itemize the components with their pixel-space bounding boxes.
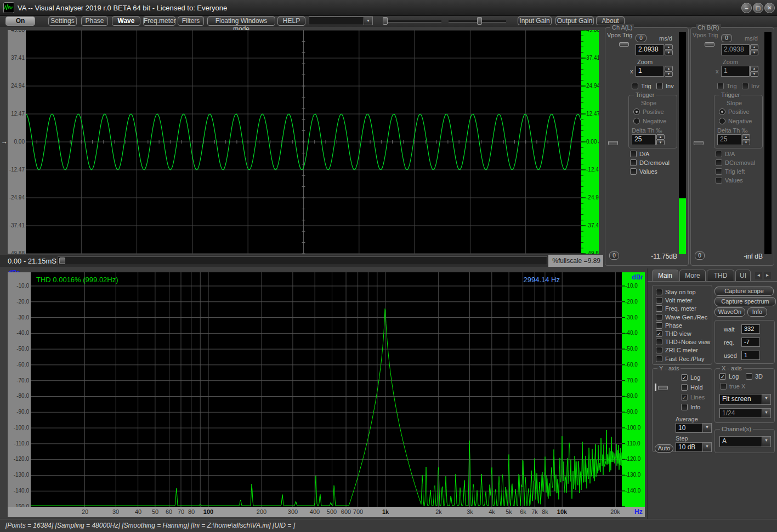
checkbox-icon[interactable] [656,347,662,353]
checkbox-icon[interactable] [716,168,722,175]
chb-option-checkbox-d-a[interactable]: D/A [716,151,735,157]
cha-vpos-slider-handle[interactable] [608,141,618,145]
req-field[interactable]: -7 [741,337,760,347]
view-option-stay-on-top[interactable]: Stay on top [656,289,696,295]
checkbox-icon[interactable] [630,159,637,166]
view-option-thd-view[interactable]: ✓THD view [656,330,691,337]
spin-up-icon[interactable]: ▲ [750,66,758,71]
cha-slope-positive-radio[interactable]: Positive [633,108,664,115]
chevron-down-icon[interactable]: ▼ [762,394,770,404]
chb-zoom-field[interactable]: 1 [721,66,750,77]
fit-screen-dropdown[interactable]: Fit screen ▼ [719,394,771,405]
y-axis-info-checkbox[interactable]: Info [681,404,700,410]
checkbox-checked-icon[interactable]: ✓ [681,394,688,401]
checkbox-icon[interactable] [746,373,752,380]
spin-up-icon[interactable]: ▲ [742,134,750,140]
checkbox-icon[interactable] [716,159,722,166]
x-axis-log-checkbox[interactable]: ✓Log [719,373,739,380]
capture-scope-button[interactable]: Capture scope [714,287,774,296]
checkbox-icon[interactable] [681,384,688,391]
cha-msd-field[interactable]: 2.0938 [636,44,664,55]
checkbox-checked-icon[interactable]: ✓ [656,330,662,337]
y-axis-hold-checkbox[interactable]: Hold [681,384,703,391]
capture-spectrum-button[interactable]: Capture spectrum [714,297,776,306]
x-axis-truex-checkbox[interactable]: true X [720,383,745,390]
ratio-dropdown[interactable]: 1/24 ▼ [719,408,771,418]
x-axis-3d-checkbox[interactable]: 3D [746,373,763,380]
chb-option-checkbox-values[interactable]: Values [716,177,743,184]
preset-combo[interactable]: ▼ [309,16,373,25]
chb-msd-field[interactable]: 2.0938 [721,44,750,55]
checkbox-icon[interactable] [656,83,663,89]
checkbox-icon[interactable] [656,305,662,312]
radio-icon[interactable] [719,118,725,124]
wait-field[interactable]: 332 [741,324,760,334]
view-option-freq-meter[interactable]: Freq. meter [656,305,696,312]
tab-ui[interactable]: UI [735,270,751,281]
toolbar-button-output-gain[interactable]: Output Gain [555,16,594,25]
toolbar-button-wave[interactable]: Wave [112,16,140,26]
checkbox-icon[interactable] [656,339,662,345]
chevron-down-icon[interactable]: ▼ [762,437,770,447]
checkbox-icon[interactable] [681,404,688,410]
spin-down-icon[interactable]: ▼ [665,50,673,55]
spin-down-icon[interactable]: ▼ [656,140,665,145]
chb-zoom-spinner[interactable]: ▲▼ [750,66,758,77]
cha-slope-negative-radio[interactable]: Negative [633,118,666,124]
y-position-slider-handle[interactable] [658,386,668,390]
chb-msd-spinner[interactable]: ▲▼ [750,44,758,55]
spin-up-icon[interactable]: ▲ [665,66,673,71]
minimize-button[interactable]: – [741,3,752,13]
checkbox-checked-icon[interactable]: ✓ [681,374,688,381]
chb-trig-checkbox[interactable]: Trig [717,83,737,89]
toolbar-slider-1-track[interactable] [384,20,441,22]
checkbox-icon[interactable] [716,151,722,157]
cha-zoom-spinner[interactable]: ▲▼ [665,66,673,77]
cha-inv-checkbox[interactable]: Inv [656,83,674,89]
chb-vpos-slider-handle[interactable] [694,141,704,145]
auto-button[interactable]: Auto [655,444,673,453]
chb-reset-zero-button[interactable]: 0 [695,251,705,260]
toolbar-slider-1-thumb[interactable] [383,17,388,25]
chb-vpos-zero-button[interactable]: 0 [721,34,732,42]
scope-h-scrollbar-thumb[interactable] [59,258,65,264]
cha-vpos-zero-button[interactable]: 0 [636,34,646,42]
step-dropdown[interactable]: 10 dB ▼ [676,442,712,452]
cha-trig-checkbox[interactable]: Trig [632,83,651,89]
checkbox-icon[interactable] [716,177,722,184]
maximize-button[interactable]: ▢ [753,3,763,13]
chevron-down-icon[interactable]: ▼ [762,409,770,417]
toolbar-button-phase[interactable]: Phase [81,16,108,26]
spin-up-icon[interactable]: ▲ [750,44,758,50]
checkbox-icon[interactable] [632,83,638,89]
view-option-volt-meter[interactable]: Volt meter [656,297,693,304]
toolbar-button-settings[interactable]: Settings [48,16,77,26]
view-option-zrlc-meter[interactable]: ZRLC meter [656,347,698,353]
checkbox-icon[interactable] [656,314,662,321]
spin-up-icon[interactable]: ▲ [656,134,665,140]
radio-selected-icon[interactable] [719,108,725,115]
chb-delta-th-spinner[interactable]: ▲▼ [742,134,750,145]
tab-thd[interactable]: THD [707,270,734,281]
y-position-slider-track[interactable] [655,384,656,391]
toolbar-button-filters[interactable]: Filters [178,16,204,26]
view-option-fast-rec-play[interactable]: Fast Rec./Play [656,356,705,362]
tab-more[interactable]: More [679,270,706,281]
checkbox-checked-icon[interactable]: ✓ [719,373,726,380]
view-option-thd-noise-view[interactable]: THD+Noise view [656,339,710,345]
close-button[interactable]: ✕ [764,3,775,13]
chevron-down-icon[interactable]: ▼ [364,17,372,25]
chb-trig-slider-handle[interactable] [705,42,714,47]
chevron-down-icon[interactable]: ▼ [702,424,711,432]
chb-slope-positive-radio[interactable]: Positive [719,108,750,115]
cha-option-checkbox-values[interactable]: Values [630,168,657,175]
toolbar-slider-2-thumb[interactable] [477,17,482,25]
cha-reset-zero-button[interactable]: 0 [609,251,619,260]
chb-slope-negative-radio[interactable]: Negative [719,118,752,124]
toolbar-button-input-gain[interactable]: Input Gain [518,16,552,25]
cha-zoom-field[interactable]: 1 [636,66,664,77]
y-axis-log-checkbox[interactable]: ✓Log [681,374,700,381]
cha-option-checkbox-dcremoval[interactable]: DCremoval [630,159,670,166]
radio-icon[interactable] [633,118,640,124]
cha-trig-slider-handle[interactable] [619,42,629,47]
